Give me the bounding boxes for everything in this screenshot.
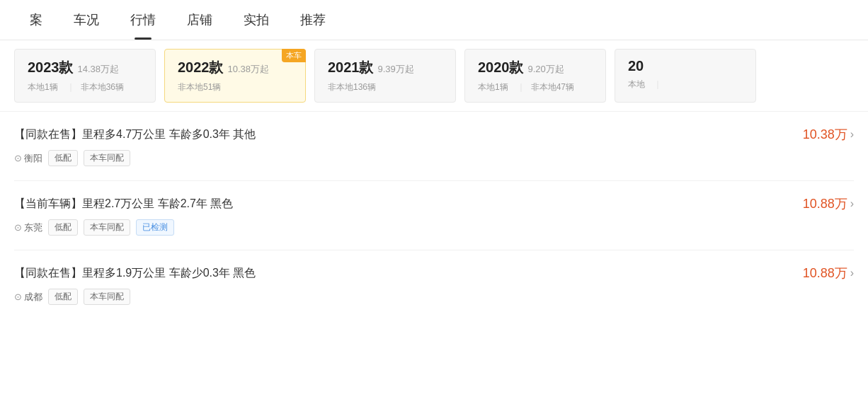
listing-title: 【当前车辆】里程2.7万公里 车龄2.7年 黑色 (14, 197, 233, 212)
tag-item: 本车同配 (84, 289, 130, 305)
listing-item[interactable]: 【当前车辆】里程2.7万公里 车龄2.7年 黑色10.88万›⊙东莞低配本车同配… (14, 181, 854, 250)
year-card-2022[interactable]: 本车2022款10.38万起非本地51辆 (164, 49, 306, 103)
tag-item: 已检测 (136, 219, 174, 236)
year-selector: 2023款14.38万起本地1辆｜非本地36辆本车2022款10.38万起非本地… (0, 40, 868, 112)
year-sub-info: 非本地136辆 (328, 81, 442, 93)
year-price: 9.39万起 (378, 64, 414, 74)
year-label: 2023款 (28, 59, 74, 75)
location-text: 衡阳 (24, 152, 42, 165)
year-sub-info: 本地1辆｜非本地47辆 (478, 81, 593, 93)
price-value: 10.38万 (803, 126, 847, 143)
year-sub-info: 非本地51辆 (178, 81, 292, 93)
year-sub-info: 本地｜ (628, 79, 743, 91)
location-icon: ⊙ (14, 291, 22, 302)
year-sub-info: 本地1辆｜非本地36辆 (28, 81, 142, 93)
listing-tags: ⊙东莞低配本车同配已检测 (14, 219, 854, 236)
listing-type: 【同款在售】 (14, 267, 82, 279)
year-card-2020[interactable]: 2020款9.20万起本地1辆｜非本地47辆 (464, 49, 606, 103)
nav-tab-store[interactable]: 店铺 (171, 0, 228, 40)
listing-type: 【当前车辆】 (14, 197, 82, 209)
location-text: 东莞 (24, 221, 42, 234)
year-card-20xx[interactable]: 20本地｜ (615, 49, 756, 103)
listing-title: 【同款在售】里程多1.9万公里 车龄少0.3年 黑色 (14, 266, 256, 281)
listing-tags: ⊙衡阳低配本车同配 (14, 150, 854, 166)
tag-location: ⊙东莞 (14, 221, 42, 234)
year-label: 20 (628, 58, 644, 74)
year-card-2021[interactable]: 2021款9.39万起非本地136辆 (314, 49, 456, 103)
tag-item: 低配 (48, 150, 78, 166)
location-text: 成都 (24, 291, 42, 303)
tag-location: ⊙衡阳 (14, 152, 42, 165)
year-label: 2022款 (178, 59, 224, 75)
listing-type: 【同款在售】 (14, 128, 82, 140)
tag-location: ⊙成都 (14, 291, 42, 303)
chevron-right-icon: › (850, 128, 854, 141)
year-label: 2021款 (328, 59, 374, 75)
listing-top-row: 【同款在售】里程多1.9万公里 车龄少0.3年 黑色10.88万› (14, 265, 854, 282)
year-card-2023[interactable]: 2023款14.38万起本地1辆｜非本地36辆 (14, 49, 156, 103)
listing-section: 【同款在售】里程多4.7万公里 车龄多0.3年 其他10.38万›⊙衡阳低配本车… (0, 112, 868, 319)
tag-item: 本车同配 (84, 150, 130, 166)
nav-tab-case[interactable]: 案 (14, 0, 58, 40)
nav-tab-recommend[interactable]: 推荐 (285, 0, 341, 40)
year-badge: 本车 (282, 49, 306, 62)
listing-item[interactable]: 【同款在售】里程多1.9万公里 车龄少0.3年 黑色10.88万›⊙成都低配本车… (14, 250, 854, 319)
chevron-right-icon: › (850, 267, 854, 279)
year-price: 9.20万起 (528, 64, 564, 74)
chevron-right-icon: › (850, 197, 854, 210)
listing-top-row: 【当前车辆】里程2.7万公里 车龄2.7年 黑色10.88万› (14, 195, 854, 212)
listing-item[interactable]: 【同款在售】里程多4.7万公里 车龄多0.3年 其他10.38万›⊙衡阳低配本车… (14, 112, 854, 181)
listing-price: 10.88万› (803, 195, 854, 212)
location-icon: ⊙ (14, 153, 22, 163)
nav-tab-market[interactable]: 行情 (115, 0, 171, 40)
nav-tab-realshot[interactable]: 实拍 (228, 0, 285, 40)
location-icon: ⊙ (14, 222, 22, 233)
year-price: 10.38万起 (228, 64, 270, 74)
year-price: 14.38万起 (78, 64, 120, 74)
listing-title: 【同款在售】里程多4.7万公里 车龄多0.3年 其他 (14, 127, 256, 142)
tag-item: 本车同配 (84, 219, 130, 236)
navigation-tabs: 案车况行情店铺实拍推荐 (0, 0, 868, 40)
price-value: 10.88万 (803, 265, 847, 282)
nav-tab-condition[interactable]: 车况 (58, 0, 115, 40)
listing-price: 10.88万› (803, 265, 854, 282)
year-label: 2020款 (478, 59, 524, 75)
listing-top-row: 【同款在售】里程多4.7万公里 车龄多0.3年 其他10.38万› (14, 126, 854, 143)
listing-price: 10.38万› (803, 126, 854, 143)
tag-item: 低配 (48, 289, 78, 305)
price-value: 10.88万 (803, 195, 847, 212)
tag-item: 低配 (48, 219, 78, 236)
listing-tags: ⊙成都低配本车同配 (14, 289, 854, 305)
